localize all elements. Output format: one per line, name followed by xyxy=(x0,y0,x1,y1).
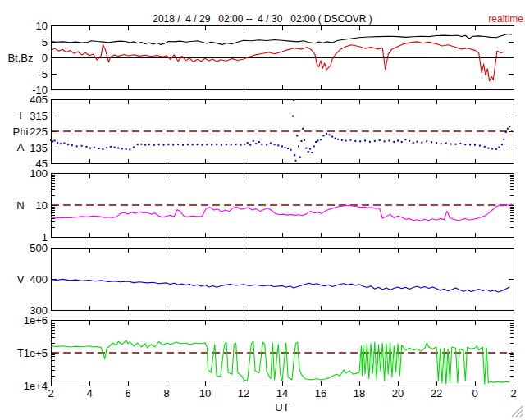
data-dot xyxy=(296,135,298,136)
data-dot xyxy=(320,139,322,140)
data-dot xyxy=(182,144,184,146)
data-dot xyxy=(369,141,371,143)
data-dot xyxy=(487,148,489,149)
data-dot xyxy=(313,145,315,147)
data-dot xyxy=(285,147,286,148)
data-dot xyxy=(404,139,406,140)
y-tick-label: 10 xyxy=(36,199,48,212)
data-dot xyxy=(311,152,313,153)
data-dot xyxy=(50,139,52,141)
data-dot xyxy=(304,139,305,141)
x-tick-label: 22 xyxy=(431,387,442,399)
data-dot xyxy=(323,135,325,136)
axis-caption-btbz: Bt,Bz xyxy=(7,52,33,64)
data-dot xyxy=(102,148,103,150)
data-dot xyxy=(315,141,317,143)
data-dot xyxy=(507,128,509,130)
data-dot xyxy=(274,144,276,145)
data-dot xyxy=(76,145,78,147)
data-dot xyxy=(459,143,461,144)
data-dot xyxy=(379,139,381,141)
y-tick-label: 100 xyxy=(30,167,48,180)
axis-caption-phi: Phi xyxy=(13,126,29,138)
data-dot xyxy=(281,145,283,147)
solar-wind-chart: 1050-5-10Bt,Bz40531522513545TPhiA100101N… xyxy=(0,0,525,420)
data-dot xyxy=(341,139,343,141)
x-tick-label: 18 xyxy=(354,387,365,399)
data-dot xyxy=(436,142,437,144)
data-dot xyxy=(140,144,142,145)
x-tick-label: 14 xyxy=(276,387,288,399)
data-dot xyxy=(397,139,399,141)
data-dot xyxy=(503,139,504,140)
data-dot xyxy=(94,147,95,148)
y-tick-label: 500 xyxy=(30,242,48,254)
data-dot xyxy=(153,144,155,146)
data-dot xyxy=(235,144,237,145)
series-bt-line xyxy=(51,34,512,45)
data-dot xyxy=(126,148,127,150)
data-dot xyxy=(81,145,83,147)
data-dot xyxy=(308,151,309,153)
y-tick-label: 315 xyxy=(30,110,48,122)
y-tick-label: 10 xyxy=(36,20,48,32)
data-dot xyxy=(354,140,356,142)
y-tick-label: 135 xyxy=(30,142,48,154)
panel-frame xyxy=(52,249,514,311)
data-dot xyxy=(421,142,422,144)
x-tick-label: 0 xyxy=(472,387,477,399)
data-dot xyxy=(162,144,164,146)
data-dot xyxy=(299,156,301,158)
data-dot xyxy=(247,142,249,144)
data-dot xyxy=(52,140,53,142)
y-tick-label: 405 xyxy=(30,94,48,106)
solar-wind-monitor-screen: 2018 / 4 / 29 02:00 -- 4 / 30 02:00 ( DS… xyxy=(0,0,525,420)
y-tick-label: -5 xyxy=(38,68,48,80)
y-tick-label: 1e+6 xyxy=(24,314,48,326)
series-v-line xyxy=(51,279,509,292)
data-dot xyxy=(226,144,227,145)
data-dot xyxy=(255,143,257,144)
x-tick-label: 8 xyxy=(163,387,169,399)
x-tick-label: 2 xyxy=(48,387,53,399)
data-dot xyxy=(110,146,112,148)
axis-caption-v: V xyxy=(17,273,25,285)
y-tick-label: 0 xyxy=(42,52,48,64)
data-dot xyxy=(431,141,432,143)
axis-caption-a: A xyxy=(17,141,25,153)
data-dot xyxy=(413,142,414,144)
data-dot xyxy=(450,144,452,145)
x-tick-label: 6 xyxy=(125,387,130,399)
y-tick-label: 5 xyxy=(42,36,48,48)
data-dot xyxy=(240,144,241,146)
resize-grip-icon[interactable] xyxy=(509,404,523,418)
data-dot xyxy=(345,139,347,141)
data-dot xyxy=(409,140,410,142)
data-dot xyxy=(133,147,135,148)
axis-caption-t: T xyxy=(17,347,24,359)
data-dot xyxy=(441,143,442,144)
data-dot xyxy=(197,144,199,145)
panel-phi: 40531522513545TPhiA xyxy=(13,94,514,170)
series-n-line xyxy=(51,204,512,221)
x-tick-label: 2 xyxy=(510,387,516,399)
x-tick-label: 16 xyxy=(315,387,326,399)
data-dot xyxy=(221,144,222,146)
data-dot xyxy=(491,148,493,149)
data-dot xyxy=(211,144,212,145)
data-dot xyxy=(479,145,481,147)
data-dot xyxy=(266,144,267,146)
data-dot xyxy=(309,148,311,150)
data-dot xyxy=(258,141,260,143)
data-dot xyxy=(63,143,65,144)
data-dot xyxy=(317,139,318,141)
x-axis-title: UT xyxy=(275,401,289,413)
data-dot xyxy=(290,149,292,151)
data-dot xyxy=(469,144,471,145)
data-dot xyxy=(331,136,333,138)
axis-caption-t: T xyxy=(17,109,24,121)
data-dot xyxy=(464,144,466,145)
axis-caption-n: N xyxy=(16,199,24,212)
data-dot xyxy=(187,144,189,145)
data-dot xyxy=(106,147,107,148)
